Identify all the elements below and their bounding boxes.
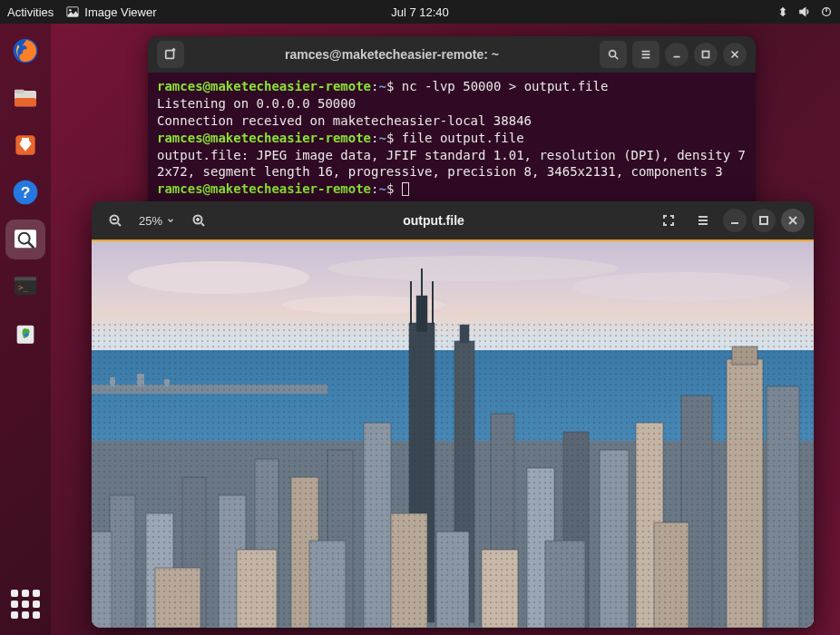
svg-point-47 xyxy=(327,256,618,281)
close-button[interactable] xyxy=(723,43,747,66)
viewer-image-area[interactable] xyxy=(92,241,814,628)
hamburger-icon xyxy=(696,213,710,228)
svg-rect-6 xyxy=(15,90,24,93)
maximize-button[interactable] xyxy=(694,43,718,66)
svg-text:?: ? xyxy=(21,183,31,201)
svg-text:>_: >_ xyxy=(18,282,29,292)
hamburger-icon xyxy=(640,48,652,61)
fullscreen-button[interactable] xyxy=(654,206,683,235)
cityscape-image xyxy=(92,241,814,628)
activities-button[interactable]: Activities xyxy=(7,5,54,19)
dock-software[interactable] xyxy=(5,125,45,165)
svg-point-46 xyxy=(128,261,309,294)
dock-terminal[interactable]: >_ xyxy=(5,267,45,307)
zoom-in-button[interactable] xyxy=(184,206,213,235)
close-icon xyxy=(786,213,800,228)
image-viewer-icon xyxy=(66,5,79,18)
minimize-button[interactable] xyxy=(665,43,689,66)
svg-rect-16 xyxy=(15,277,36,280)
svg-rect-42 xyxy=(760,217,767,224)
viewer-minimize-button[interactable] xyxy=(723,209,747,232)
viewer-titlebar[interactable]: 25% output.file xyxy=(92,201,814,241)
dock: ? >_ xyxy=(0,24,51,635)
svg-rect-89 xyxy=(92,323,814,628)
svg-point-48 xyxy=(572,272,790,301)
dock-firefox[interactable] xyxy=(5,31,45,71)
search-icon xyxy=(607,48,620,61)
terminal-titlebar[interactable]: ramces@maketecheasier-remote: ~ xyxy=(148,36,756,73)
viewer-maximize-button[interactable] xyxy=(752,209,776,232)
maximize-icon xyxy=(757,213,771,228)
zoom-out-icon xyxy=(108,213,122,228)
fullscreen-icon xyxy=(661,213,676,228)
minimize-icon xyxy=(728,213,742,228)
new-tab-button[interactable] xyxy=(157,41,184,68)
dock-files[interactable] xyxy=(5,78,45,118)
dock-help[interactable]: ? xyxy=(5,172,45,212)
app-indicator-label: Image Viewer xyxy=(84,5,156,19)
power-icon[interactable] xyxy=(820,5,833,18)
image-viewer-window: 25% output.file xyxy=(92,201,814,628)
dock-trash[interactable] xyxy=(5,314,45,354)
terminal-title: ramces@maketecheasier-remote: ~ xyxy=(190,47,594,62)
app-indicator[interactable]: Image Viewer xyxy=(66,5,156,19)
svg-line-32 xyxy=(118,223,121,226)
chevron-down-icon xyxy=(166,216,175,225)
dock-show-apps[interactable] xyxy=(5,584,45,624)
zoom-out-button[interactable] xyxy=(101,206,130,235)
hamburger-menu-button[interactable] xyxy=(632,41,659,68)
viewer-close-button[interactable] xyxy=(781,209,805,232)
minimize-icon xyxy=(670,48,683,61)
clock[interactable]: Jul 7 12:40 xyxy=(391,5,449,19)
svg-point-1 xyxy=(69,9,72,12)
viewer-hamburger-button[interactable] xyxy=(689,206,718,235)
svg-line-23 xyxy=(615,56,619,60)
zoom-level-dropdown[interactable]: 25% xyxy=(133,214,181,228)
search-button[interactable] xyxy=(600,41,627,68)
svg-rect-19 xyxy=(166,51,174,59)
svg-rect-28 xyxy=(703,52,709,58)
dock-image-viewer[interactable] xyxy=(5,220,45,259)
viewer-title: output.file xyxy=(219,213,649,228)
volume-icon[interactable] xyxy=(798,5,811,18)
top-bar: Activities Image Viewer Jul 7 12:40 xyxy=(0,0,840,24)
zoom-level-label: 25% xyxy=(139,214,162,228)
zoom-in-icon xyxy=(191,213,206,228)
close-icon xyxy=(728,48,741,61)
maximize-icon xyxy=(699,48,712,61)
svg-point-22 xyxy=(610,51,616,57)
svg-rect-7 xyxy=(15,98,36,106)
svg-rect-9 xyxy=(22,138,29,142)
network-icon[interactable] xyxy=(777,5,789,18)
cursor xyxy=(402,182,409,196)
svg-line-35 xyxy=(201,223,204,226)
